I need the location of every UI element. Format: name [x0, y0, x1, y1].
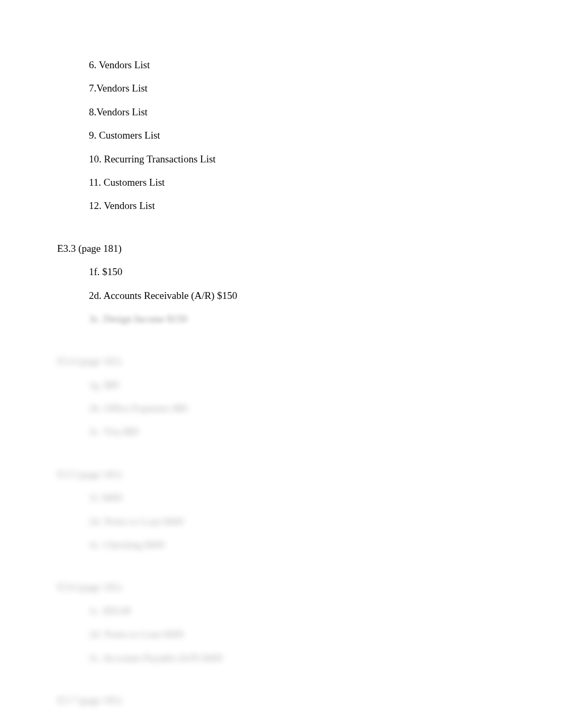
list-item: 3c. Checking $400 [89, 537, 505, 553]
list-item: 9. Customers List [89, 128, 505, 143]
blurred-section: E3.6 (page 181) 1c. $50.00 2d. Notes to … [57, 579, 505, 666]
section-heading: E3.6 (page 181) [57, 579, 505, 595]
section-heading: E3.7 (page 181) [57, 693, 505, 708]
list-item: 6. Vendors List [89, 57, 505, 73]
list-item: 12. Vendors List [89, 198, 505, 214]
section-content: 1g. $80 2b. Office Expenses $80 3c. Visa… [57, 377, 505, 440]
section-heading: E3.3 (page 181) [57, 241, 505, 257]
list-item: 1c. $50.00 [89, 603, 505, 619]
top-list: 6. Vendors List 7.Vendors List 8.Vendors… [57, 57, 505, 214]
list-item: 2d. Notes to Loan $400 [89, 514, 505, 530]
list-item: 10. Recurring Transactions List [89, 151, 505, 167]
list-item: 3c. Visa $80 [89, 424, 505, 440]
list-item: 2b. Office Expenses $80 [89, 401, 505, 416]
blurred-line: 3c. Design Income $150 [89, 311, 505, 327]
section-content: 1f. $400 2d. Notes to Loan $400 3c. Chec… [57, 490, 505, 553]
list-item: 1f. $150 [89, 264, 505, 280]
list-item: 11. Customers List [89, 175, 505, 190]
section-heading: E3.5 (page 181) [57, 467, 505, 483]
section-heading: E3.4 (page 181) [57, 353, 505, 369]
list-item: 1g. $80 [89, 377, 505, 393]
list-item: 3c. Accounts Payable (A/P) $400 [89, 650, 505, 666]
blurred-section: E3.4 (page 181) 1g. $80 2b. Office Expen… [57, 353, 505, 440]
blurred-section: E3.7 (page 181) [57, 693, 505, 708]
list-item: 1f. $400 [89, 490, 505, 506]
list-item: 8.Vendors List [89, 104, 505, 120]
document-page: 6. Vendors List 7.Vendors List 8.Vendors… [0, 0, 562, 708]
blurred-section: E3.5 (page 181) 1f. $400 2d. Notes to Lo… [57, 467, 505, 553]
section-content: 1c. $50.00 2d. Notes to Loan $400 3c. Ac… [57, 603, 505, 666]
list-item: 2d. Accounts Receivable (A/R) $150 [89, 288, 505, 304]
list-item: 7.Vendors List [89, 80, 505, 96]
section-content: 1f. $150 2d. Accounts Receivable (A/R) $… [57, 264, 505, 327]
list-item: 2d. Notes to Loan $400 [89, 626, 505, 642]
